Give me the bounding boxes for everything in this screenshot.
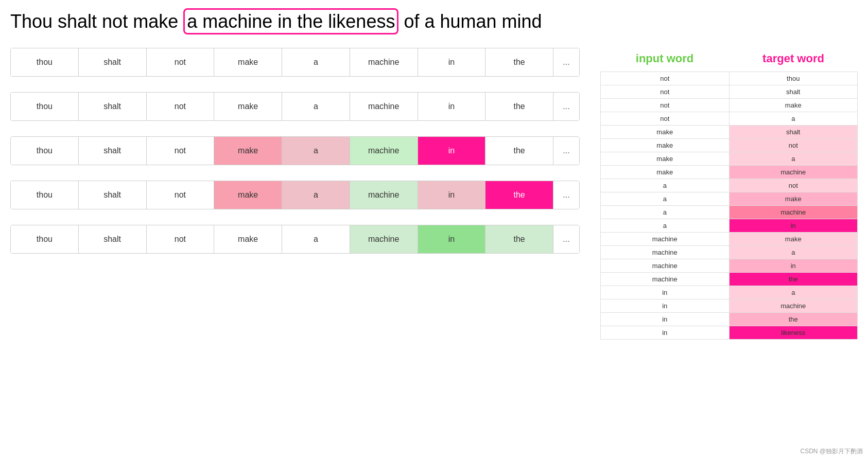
input-cell-11: a (601, 206, 730, 219)
target-cell-5: shalt (729, 126, 858, 139)
table-row: makemachine (601, 166, 858, 179)
cell-r3-c5: a (282, 137, 350, 165)
table-row: notshalt (601, 85, 858, 99)
data-table: notthounotshaltnotmakenotamakeshaltmaken… (600, 72, 858, 340)
main-layout: thoushaltnotmakeamachineinthe...thoushal… (10, 48, 858, 340)
header-target-word: target word (729, 48, 858, 69)
cell-r4-c8: the (485, 181, 553, 209)
cell-r4-c3: not (147, 181, 215, 209)
table-row: makenot (601, 139, 858, 152)
right-section: input word target word notthounotshaltno… (600, 48, 858, 340)
input-cell-8: make (601, 166, 730, 179)
cell-r2-c1: thou (11, 93, 79, 120)
target-cell-1: thou (729, 72, 858, 85)
target-cell-16: the (729, 273, 858, 286)
cell-r1-c8: the (485, 48, 553, 76)
table-row: machinethe (601, 273, 858, 286)
target-cell-19: the (729, 313, 858, 326)
cell-r3-c4: make (214, 137, 282, 165)
input-cell-20: in (601, 326, 730, 340)
input-cell-12: a (601, 219, 730, 233)
cell-r1-c2: shalt (79, 48, 147, 76)
target-cell-10: make (729, 192, 858, 206)
target-cell-7: a (729, 152, 858, 166)
table-row: inmachine (601, 299, 858, 313)
cell-r2-c2: shalt (79, 93, 147, 120)
cell-r1-c4: make (214, 48, 282, 76)
header-input-word: input word (600, 48, 729, 69)
target-cell-2: shalt (729, 85, 858, 99)
table-row: makea (601, 152, 858, 166)
cell-r2-c3: not (147, 93, 215, 120)
input-cell-6: make (601, 139, 730, 152)
cell-r3-c8: the (485, 137, 553, 165)
cell-r1-c9: ... (553, 48, 579, 76)
cell-r5-c2: shalt (79, 225, 147, 253)
cell-r4-c6: machine (350, 181, 418, 209)
word-row-4: thoushaltnotmakeamachineinthe... (10, 181, 580, 209)
target-cell-6: not (729, 139, 858, 152)
title-before: Thou shalt not make (10, 11, 183, 32)
target-cell-15: in (729, 259, 858, 273)
target-cell-13: make (729, 233, 858, 246)
table-row: makeshalt (601, 126, 858, 139)
cell-r3-c3: not (147, 137, 215, 165)
input-cell-4: not (601, 112, 730, 126)
table-row: ina (601, 286, 858, 299)
cell-r2-c9: ... (553, 93, 579, 120)
target-cell-3: make (729, 99, 858, 112)
table-header: input word target word (600, 48, 858, 69)
cell-r4-c1: thou (11, 181, 79, 209)
input-cell-1: not (601, 72, 730, 85)
cell-r2-c4: make (214, 93, 282, 120)
table-row: inthe (601, 313, 858, 326)
cell-r2-c8: the (485, 93, 553, 120)
cell-r5-c4: make (214, 225, 282, 253)
table-row: notmake (601, 99, 858, 112)
input-cell-16: machine (601, 273, 730, 286)
cell-r1-c3: not (147, 48, 215, 76)
cell-r3-c6: machine (350, 137, 418, 165)
cell-r4-c5: a (282, 181, 350, 209)
table-row: nota (601, 112, 858, 126)
target-cell-4: a (729, 112, 858, 126)
cell-r5-c7: in (418, 225, 486, 253)
cell-r1-c6: machine (350, 48, 418, 76)
word-row-3: thoushaltnotmakeamachineinthe... (10, 136, 580, 165)
input-cell-9: a (601, 179, 730, 192)
cell-r5-c3: not (147, 225, 215, 253)
input-cell-17: in (601, 286, 730, 299)
target-cell-20: likeness (729, 326, 858, 340)
table-row: notthou (601, 72, 858, 85)
table-row: inlikeness (601, 326, 858, 340)
input-cell-15: machine (601, 259, 730, 273)
cell-r3-c1: thou (11, 137, 79, 165)
input-cell-14: machine (601, 246, 730, 259)
cell-r5-c1: thou (11, 225, 79, 253)
title-after: of a human mind (398, 11, 542, 32)
watermark: CSDN @独影月下酌酒 (800, 447, 863, 456)
target-cell-9: not (729, 179, 858, 192)
table-row: machinea (601, 246, 858, 259)
table-row: amachine (601, 206, 858, 219)
target-cell-14: a (729, 246, 858, 259)
cell-r3-c7: in (418, 137, 486, 165)
input-cell-13: machine (601, 233, 730, 246)
table-row: machinein (601, 259, 858, 273)
input-cell-3: not (601, 99, 730, 112)
input-cell-19: in (601, 313, 730, 326)
cell-r5-c5: a (282, 225, 350, 253)
table-row: anot (601, 179, 858, 192)
table-row: amake (601, 192, 858, 206)
cell-r4-c9: ... (553, 181, 579, 209)
left-section: thoushaltnotmakeamachineinthe...thoushal… (10, 48, 580, 254)
table-row: ain (601, 219, 858, 233)
input-cell-18: in (601, 299, 730, 313)
target-cell-17: a (729, 286, 858, 299)
table-row: machinemake (601, 233, 858, 246)
cell-r1-c7: in (418, 48, 486, 76)
cell-r2-c7: in (418, 93, 486, 120)
word-row-2: thoushaltnotmakeamachineinthe... (10, 92, 580, 121)
target-cell-11: machine (729, 206, 858, 219)
target-cell-18: machine (729, 299, 858, 313)
